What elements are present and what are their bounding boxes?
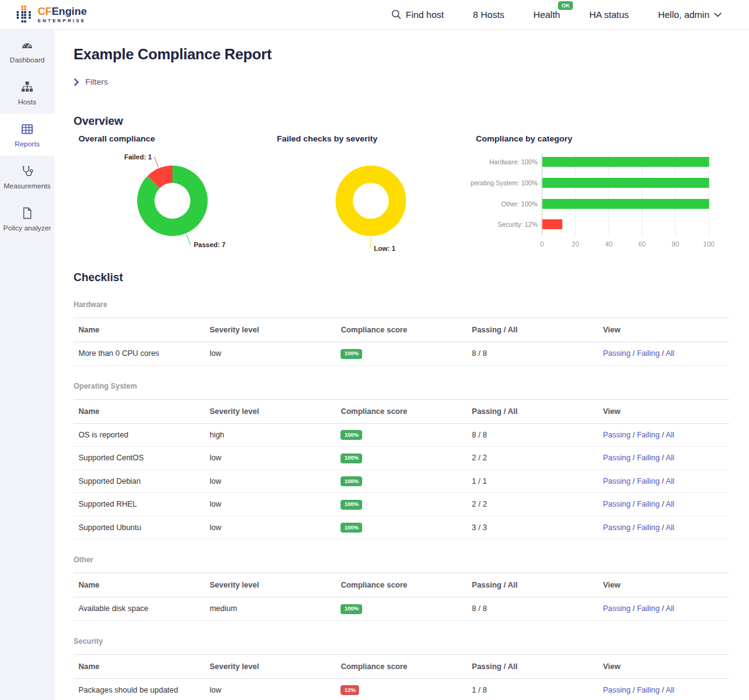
bar-operating-system <box>543 178 709 188</box>
compliance-score-cell: 100% <box>336 516 467 539</box>
view-link-failing[interactable]: Failing <box>637 523 660 532</box>
ha-status-link[interactable]: HA status <box>589 9 628 20</box>
reports-table-icon <box>21 123 33 135</box>
donut-label: Failed: 1 <box>124 153 152 161</box>
compliance-score-cell: 100% <box>336 423 467 447</box>
view-link-all[interactable]: All <box>666 477 674 486</box>
score-badge: 100% <box>341 430 362 440</box>
bar-category-label: Security: 12% <box>497 221 538 228</box>
link-separator: / <box>630 604 637 613</box>
view-link-all[interactable]: All <box>666 500 674 508</box>
sidebar-item-measurements[interactable]: Measurements <box>0 156 54 198</box>
policy-analyzer-file-icon <box>21 207 33 219</box>
column-header: Passing / All <box>467 399 598 423</box>
view-link-failing[interactable]: Failing <box>637 431 660 439</box>
cfengine-logo[interactable]: CFEngine ENTERPRISE <box>17 6 87 24</box>
view-link-all[interactable]: All <box>666 686 674 694</box>
view-link-passing[interactable]: Passing <box>603 686 630 694</box>
failed-severity-donut: Low: 1 <box>272 146 471 256</box>
main-content: Example Compliance Report Filters Overvi… <box>54 0 749 700</box>
view-link-failing[interactable]: Failing <box>637 453 660 462</box>
sidebar-item-label: Hosts <box>18 98 36 106</box>
sidebar-item-dashboard[interactable]: Dashboard <box>0 30 54 72</box>
view-link-passing[interactable]: Passing <box>603 500 630 508</box>
user-menu[interactable]: Hello, admin <box>658 9 722 20</box>
health-status-badge: OK <box>558 1 573 10</box>
hosts-count-link[interactable]: 8 Hosts <box>473 9 504 20</box>
checklist-group-security: SecurityNameSeverity levelCompliance sco… <box>74 637 729 700</box>
severity-level: low <box>205 342 336 366</box>
check-name: Available disk space <box>74 597 205 621</box>
severity-level: low <box>205 470 336 493</box>
bar-hardware <box>543 157 709 167</box>
view-link-passing[interactable]: Passing <box>603 604 630 613</box>
view-link-passing[interactable]: Passing <box>603 349 630 358</box>
column-header: Name <box>74 318 205 342</box>
column-header: Passing / All <box>467 318 598 342</box>
health-link[interactable]: Health OK <box>533 9 560 20</box>
column-header: View <box>598 573 729 597</box>
view-link-all[interactable]: All <box>666 349 674 358</box>
x-tick-label: 0 <box>540 240 544 248</box>
check-name: More than 0 CPU cores <box>74 342 205 366</box>
bar-category-label: Operating System: 100% <box>471 179 538 187</box>
column-header: View <box>598 318 729 342</box>
column-header: Name <box>74 399 205 423</box>
view-link-failing[interactable]: Failing <box>637 477 660 486</box>
compliance-score-cell: 100% <box>336 597 467 621</box>
link-separator: / <box>659 431 666 439</box>
view-link-passing[interactable]: Passing <box>603 523 630 532</box>
brand-subtitle: ENTERPRISE <box>38 19 87 23</box>
compliance-score-cell: 12% <box>336 678 467 700</box>
checklist-heading: Checklist <box>74 271 729 284</box>
checklist-table: NameSeverity levelCompliance scorePassin… <box>74 318 729 366</box>
severity-level: high <box>205 423 336 447</box>
checklist-group-hardware: HardwareNameSeverity levelCompliance sco… <box>74 300 729 366</box>
find-host-search[interactable]: Find host <box>391 9 444 20</box>
overview-charts: Overall compliance Passed: 7Failed: 1 Fa… <box>74 134 729 256</box>
sidebar-item-label: Policy analyzer <box>3 224 51 232</box>
link-separator: / <box>659 453 666 462</box>
view-links: Passing / Failing / All <box>598 470 729 493</box>
find-host-label: Find host <box>406 9 444 20</box>
x-tick-label: 60 <box>638 240 646 248</box>
checklist-table: NameSeverity levelCompliance scorePassin… <box>74 654 729 700</box>
view-link-passing[interactable]: Passing <box>603 453 630 462</box>
view-link-failing[interactable]: Failing <box>637 349 660 358</box>
link-separator: / <box>659 349 666 358</box>
link-separator: / <box>659 523 666 532</box>
view-link-all[interactable]: All <box>666 453 674 462</box>
sidebar-item-hosts[interactable]: Hosts <box>0 72 54 114</box>
donut-label: Passed: 7 <box>193 241 225 248</box>
sidebar-item-reports[interactable]: Reports <box>0 114 54 156</box>
view-link-passing[interactable]: Passing <box>603 431 630 439</box>
table-row: Supported Ubuntulow100%3 / 3Passing / Fa… <box>74 516 729 539</box>
view-link-all[interactable]: All <box>666 431 674 439</box>
view-link-all[interactable]: All <box>666 523 674 532</box>
x-tick-label: 80 <box>672 240 679 248</box>
check-name: Supported Ubuntu <box>74 516 205 539</box>
sidebar-item-policy-analyzer[interactable]: Policy analyzer <box>0 198 54 240</box>
view-link-failing[interactable]: Failing <box>637 686 660 694</box>
view-link-passing[interactable]: Passing <box>603 477 630 486</box>
donut-label: Low: 1 <box>374 245 396 252</box>
overall-compliance-donut: Passed: 7Failed: 1 <box>74 146 272 256</box>
score-badge: 12% <box>341 685 359 695</box>
view-link-failing[interactable]: Failing <box>637 500 660 508</box>
passing-all: 8 / 8 <box>467 597 598 621</box>
table-row: More than 0 CPU coreslow100%8 / 8Passing… <box>74 342 729 366</box>
table-row: Available disk spacemedium100%8 / 8Passi… <box>74 597 729 621</box>
view-link-failing[interactable]: Failing <box>637 604 660 613</box>
severity-level: low <box>205 447 336 470</box>
sidebar-item-label: Dashboard <box>10 56 44 64</box>
link-separator: / <box>630 523 637 532</box>
passing-all: 2 / 2 <box>467 493 598 517</box>
sidebar: Dashboard Hosts Reports Measurements <box>0 30 54 700</box>
hosts-sitemap-icon <box>21 81 33 93</box>
page-title: Example Compliance Report <box>74 46 729 63</box>
check-name: Supported RHEL <box>74 493 205 517</box>
filters-toggle[interactable]: Filters <box>74 77 108 86</box>
view-link-all[interactable]: All <box>666 604 674 613</box>
group-label: Operating System <box>74 382 729 390</box>
score-badge: 100% <box>341 604 362 614</box>
